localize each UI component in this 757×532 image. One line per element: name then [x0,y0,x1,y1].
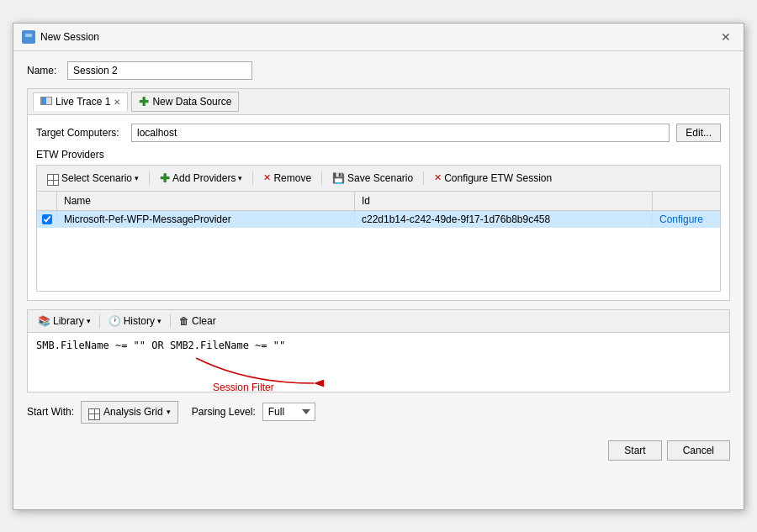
parsing-label: Parsing Level: [192,406,256,418]
etw-toolbar: Select Scenario ▾ ✚ Add Providers ▾ ✕ Re… [36,165,721,192]
analysis-grid-arrow: ▾ [167,408,171,416]
tab-close-icon[interactable]: ✕ [114,97,120,107]
clear-button[interactable]: 🗑 Clear [174,313,221,329]
row-checkbox[interactable] [42,214,52,224]
configure-etw-button[interactable]: ✕ Configure ETW Session [429,171,557,186]
remove-button[interactable]: ✕ Remove [258,171,316,186]
bottom-row: Start With: Analysis Grid ▾ Parsing Leve… [27,401,730,424]
library-arrow: ▾ [87,317,91,325]
add-providers-label: Add Providers [172,172,236,184]
remove-icon: ✕ [263,172,271,183]
remove-label: Remove [273,172,311,184]
close-button[interactable]: ✕ [717,29,735,45]
table-row[interactable]: Microsoft-Pef-WFP-MessageProvider c22d1b… [37,211,720,228]
configure-etw-icon: ✕ [434,172,442,183]
filter-text: SMB.FileName ~= "" OR SMB2.FileName ~= "… [36,340,721,351]
configure-link[interactable]: Configure [659,213,703,225]
row-configure[interactable]: Configure [653,211,720,228]
new-session-dialog: New Session ✕ Name: Live Trace 1 ✕ ✚ [13,23,744,510]
plus-icon: ✚ [139,95,149,108]
title-bar: New Session ✕ [13,24,744,51]
history-icon: 🕐 [109,315,121,327]
add-providers-icon: ✚ [160,171,170,185]
tab-live-trace-label: Live Trace 1 [56,96,110,108]
tab-bar: Live Trace 1 ✕ ✚ New Data Source [28,89,729,115]
separator-4 [423,171,424,185]
separator-1 [149,171,150,185]
separator-2 [252,171,253,185]
col-header-check [37,192,57,210]
history-button[interactable]: 🕐 History ▾ [103,313,167,329]
target-input[interactable] [131,124,670,142]
name-input[interactable] [67,61,252,80]
add-providers-arrow: ▾ [238,174,242,182]
library-label: Library [53,315,84,327]
tab-content: Target Computers: Edit... ETW Providers … [28,115,729,301]
parsing-select[interactable]: Full Partial None [262,403,315,421]
save-scenario-button[interactable]: 💾 Save Scenario [327,171,418,186]
target-row: Target Computers: Edit... [36,124,721,142]
action-row: Start Cancel [27,434,730,464]
name-label: Name: [27,65,61,76]
new-datasource-label: New Data Source [152,96,231,108]
separator-6 [170,314,171,328]
clear-icon: 🗑 [179,315,189,327]
history-arrow: ▾ [157,317,161,325]
tab-live-trace[interactable]: Live Trace 1 ✕ [33,92,128,111]
row-checkbox-cell [37,211,57,228]
analysis-grid-label: Analysis Grid [103,406,163,418]
tabs-area: Live Trace 1 ✕ ✚ New Data Source Target … [27,88,730,302]
start-button[interactable]: Start [608,440,661,461]
filter-content: SMB.FileName ~= "" OR SMB2.FileName ~= "… [28,333,729,392]
svg-rect-0 [24,32,34,39]
analysis-grid-button[interactable]: Analysis Grid ▾ [81,401,178,424]
col-header-action [653,192,720,210]
dialog-body: Name: Live Trace 1 ✕ ✚ New Data Source [13,51,744,474]
target-label: Target Computers: [36,127,124,139]
filter-toolbar: 📚 Library ▾ 🕐 History ▾ 🗑 Clear [28,310,729,333]
row-name: Microsoft-Pef-WFP-MessageProvider [57,211,355,228]
col-header-name: Name [57,192,355,210]
col-header-id: Id [355,192,653,210]
add-providers-button[interactable]: ✚ Add Providers ▾ [155,170,247,187]
cancel-button[interactable]: Cancel [667,440,730,461]
configure-etw-label: Configure ETW Session [444,172,552,184]
separator-3 [321,171,322,185]
separator-5 [99,314,100,328]
name-row: Name: [27,61,730,80]
edit-button[interactable]: Edit... [676,124,721,142]
select-scenario-button[interactable]: Select Scenario ▾ [42,169,144,188]
row-id: c22d1b14-c242-49de-9f17-1d76b8b9c458 [355,211,653,228]
select-scenario-label: Select Scenario [61,172,132,184]
select-scenario-icon [47,171,59,187]
filter-section: 📚 Library ▾ 🕐 History ▾ 🗑 Clear SMB.File… [27,309,730,392]
save-scenario-icon: 💾 [332,172,345,184]
save-scenario-label: Save Scenario [347,172,413,184]
dialog-title: New Session [40,31,99,43]
table-header: Name Id [37,192,720,211]
providers-table: Name Id Microsoft-Pef-WFP-MessageProvide… [36,191,721,292]
analysis-grid-icon [88,404,100,420]
session-filter-label: Session Filter [213,382,274,393]
dialog-icon [22,30,35,44]
library-button[interactable]: 📚 Library ▾ [33,313,96,329]
new-datasource-button[interactable]: ✚ New Data Source [131,92,239,112]
history-label: History [124,315,155,327]
etw-label: ETW Providers [36,149,721,161]
session-filter-annotation: Session Filter [196,350,331,398]
select-scenario-arrow: ▾ [135,174,139,182]
library-icon: 📚 [38,315,50,327]
live-trace-icon [40,96,52,108]
clear-label: Clear [192,315,216,327]
start-with-label: Start With: [27,406,74,418]
